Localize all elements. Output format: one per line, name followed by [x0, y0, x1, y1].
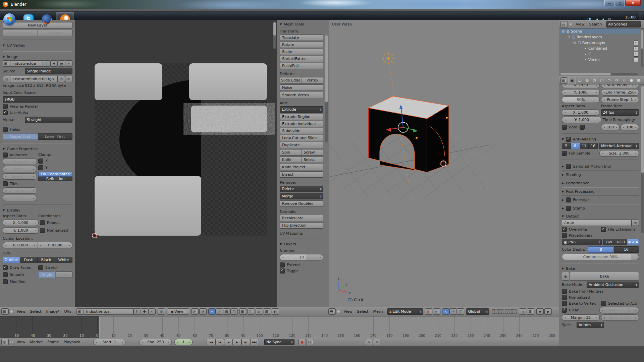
file-format-dropdown[interactable]: ▣PNG▲▼ [562, 239, 602, 245]
opengl-render-icon[interactable]: ◉ [536, 308, 544, 315]
repeat-checkbox[interactable] [40, 220, 45, 225]
fake-user-button[interactable]: F [43, 60, 50, 67]
snap-magnet-icon[interactable]: ∩ [256, 308, 263, 315]
menu-item[interactable]: View [14, 309, 28, 314]
mesh-tools-panel-header[interactable]: ▼Mesh Tools [280, 22, 323, 26]
properties-tab-texture[interactable]: ▦ [635, 77, 642, 83]
collapse-menus-icon[interactable]: ⊖ [9, 310, 13, 313]
frame-step-stepper[interactable]: ◂Frame Step: 1▸ [601, 97, 639, 103]
knife-button[interactable]: Knife [280, 157, 302, 163]
properties-tab-world[interactable]: ◔ [591, 77, 598, 83]
collapse-menus-icon[interactable]: ⊖ [9, 340, 13, 344]
placeholders-checkbox[interactable] [562, 233, 567, 238]
transport-button[interactable]: ▶▶| [250, 339, 259, 345]
properties-tab-modifiers[interactable]: ⚙ [613, 77, 620, 83]
depth-16-button[interactable]: 16 [614, 246, 639, 253]
file-extensions-checkbox[interactable] [601, 227, 606, 232]
pivot-point-dropdown[interactable]: ◎▲▼ [191, 308, 199, 315]
menu-item[interactable]: Marker [28, 340, 45, 344]
menu-item[interactable]: Select [355, 309, 371, 314]
edge-select-mode-icon[interactable]: ╱ [216, 308, 223, 315]
modified-checkbox[interactable] [3, 279, 8, 284]
image-datablock-icon[interactable]: ▣▲▼ [76, 308, 84, 315]
transport-button[interactable]: |◀◀ [207, 339, 215, 345]
render-pass-checkbox[interactable] [634, 46, 638, 51]
bw-button[interactable]: BW [603, 239, 615, 245]
tool-button[interactable]: Subdivide [280, 128, 323, 134]
expand-icon[interactable]: ⊖ [573, 41, 577, 45]
aa-size-stepper[interactable]: ◂Size: 1.000▸ [599, 150, 639, 157]
anti-aliasing-panel-header[interactable]: Anti-Aliasing [573, 137, 596, 141]
tool-button[interactable]: Push/Pull [280, 63, 323, 69]
transport-button[interactable]: ▶| [241, 339, 250, 345]
uv-draw-mode-button[interactable]: Outline [3, 257, 20, 263]
knife-project-button[interactable]: Knife Project [280, 164, 323, 170]
frame-rate-dropdown[interactable]: 24 fps▲▼ [601, 109, 639, 116]
transport-button[interactable]: |◀ [215, 339, 224, 345]
source-dropdown[interactable]: Single Image [25, 68, 72, 74]
panel-checkbox[interactable] [566, 197, 571, 202]
layer-number-slider[interactable]: ◂10▸ [280, 254, 323, 260]
transport-button[interactable]: ▶ [233, 339, 241, 345]
collapse-menus-icon[interactable]: ⊖ [569, 22, 573, 26]
properties-tab-material[interactable]: ● [628, 77, 635, 83]
properties-editor-icon[interactable]: ▤▲▼ [560, 77, 567, 84]
image-panel-header[interactable]: ▼Image [3, 55, 72, 59]
resolution-x-stepper[interactable]: ◂X: 1920▸ [562, 84, 600, 88]
time-remap-new-stepper[interactable]: ◂100▸ [621, 124, 639, 130]
rgb-button[interactable]: RGB [615, 239, 627, 245]
face-select-mode-icon[interactable]: ▦ [223, 308, 230, 315]
collapsed-panel-header[interactable]: ▶ Stamp [562, 205, 639, 212]
anti-aliasing-checkbox[interactable] [566, 137, 571, 142]
game-properties-panel-header[interactable]: ▼Game Properties [3, 147, 72, 151]
manipulator-scale-icon[interactable]: ◱ [457, 308, 464, 315]
bisect-button[interactable]: Bisect [280, 171, 323, 178]
delete-dropdown[interactable]: Delete▲▼ [280, 186, 323, 192]
normalized-checkbox[interactable] [40, 228, 45, 233]
display-panel-header[interactable]: ▼Display [3, 208, 72, 213]
browse-output-icon[interactable]: 🗁 [632, 220, 639, 226]
menu-item[interactable]: View [341, 309, 355, 314]
colorspace-dropdown[interactable]: sRGB [3, 96, 72, 103]
bake-normalized-checkbox[interactable] [562, 295, 567, 300]
panel-checkbox[interactable] [566, 206, 571, 211]
tiles-y-stepper[interactable]: ◂Y: 1▸ [3, 195, 37, 201]
tool-button[interactable]: Scale [280, 49, 323, 55]
resolution-y-stepper[interactable]: ◂Y: 1080▸ [562, 89, 600, 96]
viewport-3d[interactable]: x y z User Persp (1) Circle [329, 20, 559, 307]
uv-draw-mode-button[interactable]: Black [38, 257, 55, 263]
timeline-editor-icon[interactable]: ◷▲▼ [1, 339, 9, 345]
menu-item[interactable]: UVs [62, 309, 73, 314]
compression-slider[interactable]: Compression: 90% [562, 254, 639, 260]
anim-end-stepper[interactable]: ◂End: 0▸ [3, 166, 37, 172]
pivot-point-dropdown[interactable]: ◉▲▼ [433, 308, 440, 315]
toggle-checkbox[interactable] [280, 268, 285, 274]
view-as-render-checkbox[interactable] [3, 104, 8, 109]
display-aspect-y-stepper[interactable]: ◂Y: 1.000▸ [3, 227, 39, 234]
unlink-image-button[interactable]: ✕ [65, 60, 72, 67]
display-channels-dropdown[interactable]: ▣View▲▼ [167, 308, 189, 315]
close-button[interactable]: ✕ [625, 0, 641, 6]
slide-vertex-button[interactable]: Vertex [302, 77, 324, 83]
draw-other-objects-icon[interactable]: ◐ [272, 308, 279, 315]
record-button[interactable]: ● [299, 339, 306, 345]
layers-widget[interactable] [492, 309, 517, 314]
unlink-image-button[interactable]: ✕ [148, 308, 156, 315]
reload-image-icon[interactable]: ⟳ [65, 76, 72, 82]
outliner-editor-icon[interactable]: ⚏▲▼ [560, 21, 568, 27]
image-datablock-icon[interactable]: ▣▲▼ [3, 60, 10, 67]
transform-orientation-dropdown[interactable]: Global▲▼ [466, 308, 489, 315]
stretch-angle-button[interactable]: Angle [38, 272, 56, 278]
knife-select-button[interactable]: Select [302, 157, 324, 163]
selected-to-active-checkbox[interactable] [601, 301, 606, 306]
layers-panel-header[interactable]: ▼Layers [280, 242, 323, 246]
start-button[interactable] [3, 13, 15, 25]
transport-button[interactable]: ◀ [224, 339, 233, 345]
tool-button[interactable]: Extrude Region [280, 114, 323, 120]
timeline-playhead[interactable] [99, 316, 100, 338]
vertex-select-mode-icon[interactable]: ∙ [208, 308, 216, 315]
convert-button[interactable]: Convert [38, 30, 73, 36]
timeline-ruler[interactable]: -50-40-30-20-100102030405060708090100110… [0, 316, 559, 338]
opengl-render-anim-icon[interactable]: ▶ [544, 308, 552, 315]
tiles-checkbox[interactable] [3, 181, 8, 186]
